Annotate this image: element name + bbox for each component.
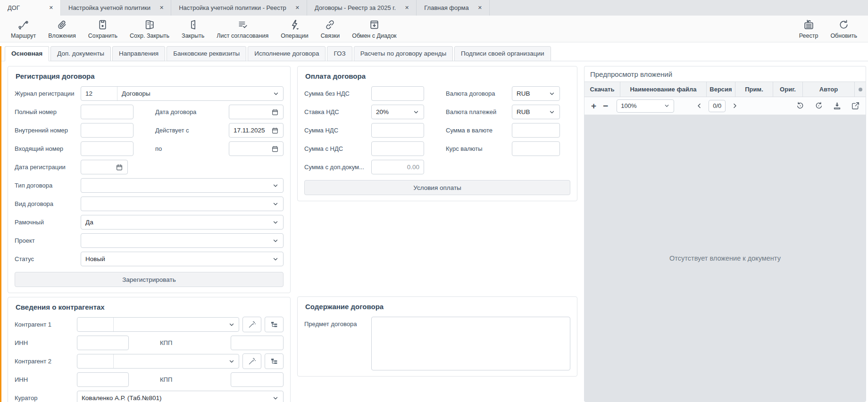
contract-content-section: Содержание договора Предмет договора xyxy=(297,296,577,377)
payment-terms-button[interactable]: Условия оплаты xyxy=(304,180,570,195)
full-number-input[interactable] xyxy=(81,105,134,119)
counterparty1-select[interactable] xyxy=(77,317,239,332)
counterparty2-autofill-button[interactable] xyxy=(242,353,261,369)
project-select[interactable] xyxy=(81,233,284,248)
zoom-level-value: 100% xyxy=(621,102,636,109)
payment-currency-select[interactable]: RUB xyxy=(512,105,560,119)
previous-page-button[interactable] xyxy=(695,102,704,109)
contract-currency-select[interactable]: RUB xyxy=(512,86,560,101)
vat-amount-input[interactable] xyxy=(371,123,424,138)
window-tab-accounting-policy-registry[interactable]: Настройка учетной политики - Реестр ✕ xyxy=(171,0,307,16)
registration-journal-select[interactable]: 12 Договоры xyxy=(81,86,284,101)
close-icon[interactable]: ✕ xyxy=(48,4,55,11)
register-button[interactable]: Зарегистрировать xyxy=(15,272,284,287)
inn-kpp2-row: ИНН КПП xyxy=(15,372,284,387)
window-tab-bar: ДОГ ✕ Настройка учетной политики ✕ Настр… xyxy=(0,0,868,16)
close-button[interactable]: Закрыть xyxy=(175,16,210,42)
window-tab-accounting-policy[interactable]: Настройка учетной политики ✕ xyxy=(61,0,171,16)
chevron-down-icon xyxy=(228,321,239,328)
counterparty2-code[interactable] xyxy=(77,354,114,368)
column-header-filename[interactable]: Наименование файла xyxy=(620,82,707,97)
route-button[interactable]: Маршрут xyxy=(5,16,42,42)
close-icon[interactable]: ✕ xyxy=(476,4,484,11)
right-column: Предпросмотр вложений Скачать Наименован… xyxy=(584,66,866,402)
rotate-left-button[interactable] xyxy=(796,101,805,110)
contract-date-input[interactable] xyxy=(229,105,284,119)
tab-bank-details[interactable]: Банковские реквизиты xyxy=(167,46,246,61)
tab-own-org-signatures[interactable]: Подписи своей организации xyxy=(454,46,551,61)
save-button[interactable]: Сохранить xyxy=(82,16,124,42)
attachments-button[interactable]: Вложения xyxy=(42,16,82,42)
window-tab-contracts-registry[interactable]: Договоры - Реестр за 2025 г. ✕ xyxy=(307,0,417,16)
counterparty2-row: Контрагент 2 xyxy=(15,354,284,369)
close-icon[interactable]: ✕ xyxy=(294,4,301,11)
counterparty2-select[interactable] xyxy=(77,354,239,369)
tab-additional-documents[interactable]: Доп. документы xyxy=(50,46,111,61)
open-external-icon xyxy=(851,101,860,110)
table-scrollbar[interactable] xyxy=(855,82,866,97)
counterparty1-autofill-button[interactable] xyxy=(242,317,261,332)
counterparty2-hierarchy-button[interactable] xyxy=(265,353,284,369)
internal-number-input[interactable] xyxy=(81,123,134,138)
rotate-right-button[interactable] xyxy=(814,101,823,110)
refresh-icon xyxy=(838,19,850,31)
kpp2-input[interactable] xyxy=(231,372,284,387)
operations-button[interactable]: Операции xyxy=(275,16,314,42)
amount-in-currency-input[interactable] xyxy=(512,123,560,138)
approval-sheet-button[interactable]: Лист согласования xyxy=(210,16,275,42)
journal-code[interactable]: 12 xyxy=(81,87,117,100)
window-tab-dog[interactable]: ДОГ ✕ xyxy=(0,0,61,16)
tab-goz[interactable]: ГОЗ xyxy=(327,46,352,61)
registration-date-input[interactable] xyxy=(81,160,128,174)
counterparty1-row: Контрагент 1 xyxy=(15,317,284,332)
open-external-button[interactable] xyxy=(851,101,860,110)
valid-from-input[interactable]: 17.11.2025 xyxy=(229,123,284,138)
kpp1-input[interactable] xyxy=(231,336,284,350)
column-header-note[interactable]: Прим. xyxy=(735,82,773,97)
column-header-author[interactable]: Автор xyxy=(803,82,855,97)
amount-no-vat-input[interactable] xyxy=(371,86,424,101)
column-header-version[interactable]: Версия xyxy=(707,82,735,97)
inn1-input[interactable] xyxy=(77,336,129,350)
next-page-button[interactable] xyxy=(730,102,739,109)
registry-button[interactable]: Реестр xyxy=(793,16,825,42)
vat-rate-select[interactable]: 20% xyxy=(371,105,424,119)
calendar-icon[interactable] xyxy=(271,108,279,116)
amount-with-vat-input[interactable] xyxy=(371,141,424,156)
counterparty1-code[interactable] xyxy=(77,318,114,331)
close-icon[interactable]: ✕ xyxy=(158,4,165,11)
incoming-number-input[interactable] xyxy=(81,141,134,156)
column-header-download[interactable]: Скачать xyxy=(584,82,620,97)
currency-rate-input[interactable] xyxy=(512,141,560,156)
zoom-out-button[interactable]: − xyxy=(602,101,609,110)
contract-type-select[interactable] xyxy=(81,178,284,193)
counterparty1-hierarchy-button[interactable] xyxy=(265,317,284,332)
save-close-button[interactable]: Сохр. Закрыть xyxy=(124,16,175,42)
calendar-icon[interactable] xyxy=(271,127,279,134)
tab-directions[interactable]: Направления xyxy=(112,46,165,61)
scrollbar-thumb[interactable] xyxy=(859,88,862,91)
tab-main[interactable]: Основная xyxy=(5,46,49,61)
inn2-input[interactable] xyxy=(77,372,129,387)
calendar-icon[interactable] xyxy=(271,145,279,153)
toolbar: Маршрут Вложения Сохранить Сохр. Закрыть… xyxy=(0,16,868,42)
download-attachment-button[interactable] xyxy=(833,101,842,110)
column-header-original[interactable]: Ориг. xyxy=(773,82,803,97)
refresh-button[interactable]: Обновить xyxy=(824,16,863,42)
links-button[interactable]: Связки xyxy=(315,16,346,42)
curator-select[interactable]: Коваленко А.Р. (Таб.№801) xyxy=(77,391,284,402)
zoom-level-select[interactable]: 100% xyxy=(617,99,674,113)
diadoc-exchange-button[interactable]: Обмен с Диадок xyxy=(346,16,402,42)
valid-to-input[interactable] xyxy=(229,141,284,156)
close-icon[interactable]: ✕ xyxy=(403,4,410,11)
tab-lease-settlements[interactable]: Расчеты по договору аренды xyxy=(354,46,453,61)
status-select[interactable]: Новый xyxy=(81,252,284,266)
field-label: Сумма НДС xyxy=(304,127,371,134)
zoom-in-button[interactable]: + xyxy=(590,101,597,110)
window-tab-main-form[interactable]: Главная форма ✕ xyxy=(417,0,490,16)
calendar-icon[interactable] xyxy=(116,164,123,171)
subject-textarea[interactable] xyxy=(371,317,570,370)
contract-kind-select[interactable] xyxy=(81,197,284,211)
framework-select[interactable]: Да xyxy=(81,215,284,230)
tab-contract-execution[interactable]: Исполнение договора xyxy=(248,46,326,61)
